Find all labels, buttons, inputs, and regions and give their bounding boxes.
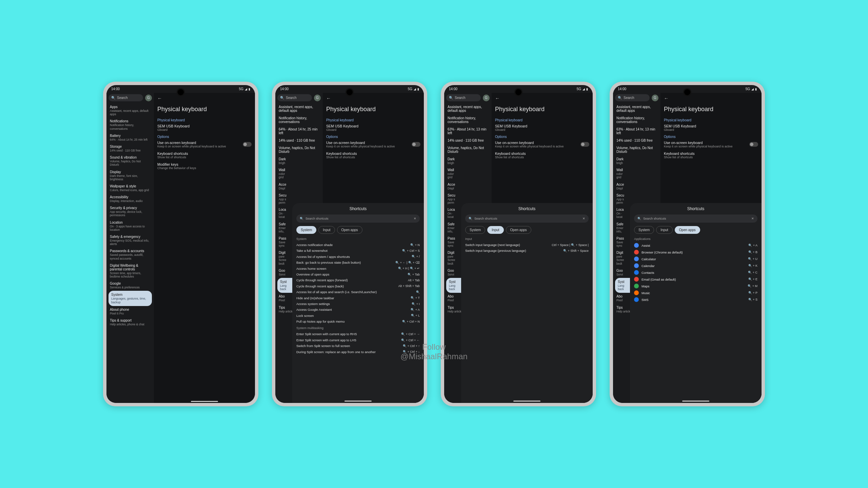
sidebar-item-digital-wellbeing-parental-controls[interactable]: Digital Wellbeing & parental controlsScr… [108,262,152,280]
keyboard-shortcuts[interactable]: Keyboard shortcuts Show list of shortcut… [157,151,252,159]
sidebar-item-tips-support[interactable]: Tips & supportHelp articles, phone & cha… [108,317,152,328]
sidebar-item-security-privacy[interactable]: Security & privacyApp security, device l… [108,204,152,219]
shortcut-row: Cycle through recent apps (back)Alt + Sh… [296,283,420,289]
shortcut-row: Switch from Split screen to full screen🔍… [296,343,420,349]
sidebar-item-passwords-accounts[interactable]: Passwords & accountsSaved passwords, aut… [108,247,152,262]
tab-open-apps[interactable]: Open apps [337,226,362,234]
sidebar-item-wallpaper-style[interactable]: Wallpaper & styleColors, themed icons, a… [108,183,152,194]
app-icon [634,277,639,282]
search-input[interactable]: 🔍Search [277,94,312,101]
back-button[interactable]: ← [326,96,420,101]
sidebar-item-sound-vibration[interactable]: Volume, haptics, Do Not Disturb [446,144,490,156]
back-button[interactable]: ← [157,96,252,101]
app-icon [634,284,639,288]
sidebar-item-storage[interactable]: 14% used · 110 GB free [277,137,321,144]
search-icon: 🔍 [618,96,622,100]
sidebar-item-apps[interactable]: Assistant, recent apps, default apps [446,103,490,115]
tab-system[interactable]: System [465,226,485,234]
search-input[interactable]: 🔍Search [446,94,481,101]
sidebar-item-display[interactable]: Darkbrigh [446,156,490,166]
sidebar-item-accessibility[interactable]: AcceDispl [615,181,658,192]
page-title: Physical keyboard [157,106,252,113]
sidebar-item-sound-vibration[interactable]: Sound & vibrationVolume, haptics, Do Not… [108,154,152,168]
sidebar-item-sound-vibration[interactable]: Volume, haptics, Do Not Disturb [615,144,658,156]
sidebar-item-accessibility[interactable]: AccessibilityDisplay, interaction, audio [108,194,152,204]
gesture-bar[interactable] [344,401,372,402]
sidebar-item-notifications[interactable]: Notification history, conversations [615,115,658,126]
phone-3: 14:005G◢▮ 🔍SearchGAssistant, recent apps… [441,82,596,406]
sidebar-item-sound-vibration[interactable]: Volume, haptics, Do Not Disturb [277,144,321,156]
input-shortcut-list: Switch input language (next language)Ctr… [465,242,589,254]
clear-icon[interactable]: ✕ [414,217,416,220]
phone-4: 14:005G◢▮ 🔍SearchGAssistant, recent apps… [610,82,765,406]
tab-system[interactable]: System [634,226,654,234]
sidebar-item-battery[interactable]: 64% · About 14 hr, 25 min left [277,126,321,137]
sidebar-item-display[interactable]: Darkbrigh [615,156,658,166]
settings-sidebar[interactable]: 🔍SearchGAppsAssistant, recent apps, defa… [106,93,154,403]
sidebar-item-display[interactable]: DisplayDark theme, font size, brightness [108,168,152,183]
tab-system[interactable]: System [296,226,316,234]
search-icon: 🔍 [280,96,284,100]
sidebar-item-accessibility[interactable]: AcceDispl [277,181,321,192]
sidebar-item-notifications[interactable]: Notification history, conversations [277,115,321,126]
app-shortcut-row: Contacts🔍 + C [634,269,757,276]
sidebar-item-wallpaper-style[interactable]: Wallcolorgrid [615,166,658,181]
tab-input[interactable]: Input [656,226,672,234]
camera-cutout [347,89,353,95]
sidebar-item-storage[interactable]: 14% used · 110 GB free [446,137,490,144]
sidebar-item-battery[interactable]: Battery64% · About 14 hr, 25 min left [108,132,152,143]
shortcut-row: Access home screen🔍 + H | 🔍 + ↵ [296,266,420,271]
status-time: 14:00 [111,87,120,91]
sidebar-item-notifications[interactable]: NotificationsNotification history, conve… [108,118,152,132]
shortcuts-overlay: Shortcuts 🔍 Search shortcuts ✕ System In… [292,203,424,403]
onscreen-switch[interactable] [243,142,252,147]
sidebar-item-notifications[interactable]: Notification history, conversations [446,115,490,126]
app-shortcut-row: Email (Gmail as default)🔍 + E [634,276,757,283]
avatar[interactable]: G [652,95,658,101]
sidebar-item-apps[interactable]: Assistant, recent apps, default apps [615,103,658,115]
tab-input[interactable]: Input [318,226,335,234]
sidebar-item-accessibility[interactable]: AcceDispl [446,181,490,192]
gesture-bar[interactable] [191,401,218,402]
signal-icon: ◢ [245,87,247,91]
shortcut-row: Lock screen🔍 + L [296,313,420,319]
shortcut-row: Overview of open apps🔍 + Tab [296,271,420,277]
sidebar-item-system[interactable]: SystemLanguages, gestures, time, backup [108,291,152,306]
camera-cutout [178,89,184,95]
search-input[interactable]: 🔍Search [615,94,650,101]
shortcut-row: Access list of all apps and search (i.e.… [296,289,420,295]
tab-input[interactable]: Input [487,226,504,234]
sidebar-item-apps[interactable]: Assistant, recent apps, default apps [277,103,321,115]
sidebar-item-display[interactable]: Darkbrigh [277,156,321,166]
avatar[interactable]: G [145,95,152,101]
shortcuts-overlay: Shortcuts 🔍Search shortcuts✕ System Inpu… [461,203,593,403]
search-icon: 🔍 [449,96,453,100]
sidebar-item-battery[interactable]: 63% · About 14 hr, 13 min left [615,126,658,137]
keyboard-device[interactable]: SEM USB Keyboard Gboard [157,124,252,131]
overlay-title: Shortcuts [296,206,420,211]
tab-open-apps[interactable]: Open apps [675,226,700,234]
sidebar-item-storage[interactable]: Storage14% used · 110 GB free [108,143,152,154]
settings-main: ← Physical keyboard Physical keyboard SE… [154,93,255,403]
avatar[interactable]: G [483,95,490,101]
app-icon [634,297,639,302]
app-shortcut-row: Maps🔍 + M [634,283,757,289]
search-shortcuts[interactable]: 🔍 Search shortcuts ✕ [296,215,420,223]
phone-1: 14:00 5G ◢ ▮ 🔍SearchGAppsAssistant, rece… [103,82,258,406]
sidebar-item-about-phone[interactable]: About phonePixel 6 Pro [108,306,152,317]
sidebar-item-battery[interactable]: 63% · About 14 hr, 13 min left [446,126,490,137]
apps-shortcut-list: Assist🔍 + ABrowser (Chrome as default)🔍 … [634,242,757,303]
use-onscreen-keyboard[interactable]: Use on-screen keyboard Keep it on screen… [157,141,252,148]
search-icon: 🔍 [300,217,303,220]
sidebar-item-safety-emergency[interactable]: Safety & emergencyEmergency SOS, medical… [108,233,152,247]
sidebar-item-storage[interactable]: 14% used · 110 GB free [615,137,658,144]
sidebar-item-wallpaper-style[interactable]: Wallcolorgrid [277,166,321,181]
search-input[interactable]: 🔍Search [108,94,143,101]
modifier-keys[interactable]: Modifier keys Change the behavior of key… [157,162,252,170]
sidebar-item-google[interactable]: GoogleServices & preferences [108,280,152,291]
sidebar-item-location[interactable]: LocationOn · 3 apps have access to locat… [108,219,152,233]
sidebar-item-wallpaper-style[interactable]: Wallcolorgrid [446,166,490,181]
avatar[interactable]: G [314,95,321,101]
tab-open-apps[interactable]: Open apps [506,226,531,234]
sidebar-item-apps[interactable]: AppsAssistant, recent apps, default apps [108,103,152,118]
